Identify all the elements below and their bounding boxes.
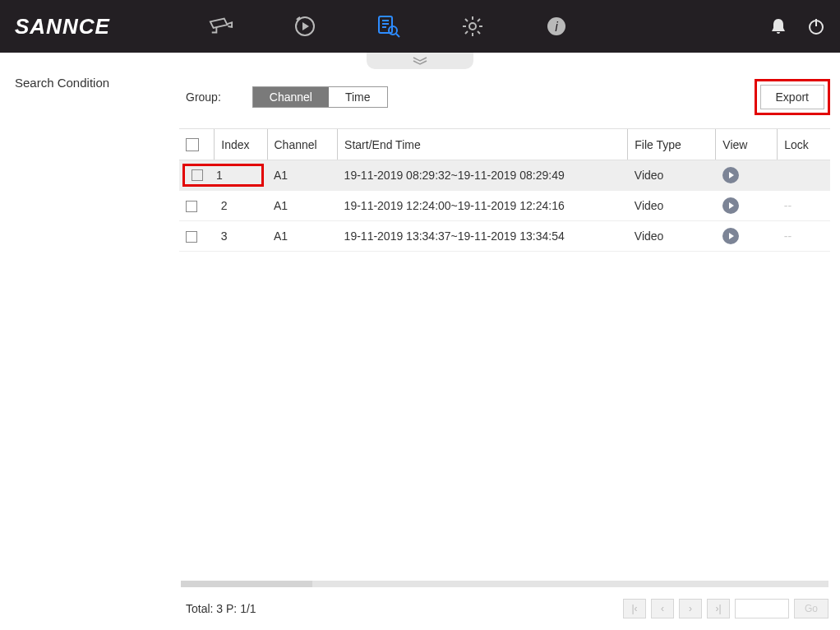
main: Group: Channel Time Export Index Channel [173, 53, 840, 630]
controls-row: Group: Channel Time Export [179, 53, 830, 128]
row-highlight: 1 [182, 164, 264, 187]
select-all-checkbox[interactable] [186, 138, 199, 151]
cell-time: 19-11-2019 13:34:37~19-11-2019 13:34:54 [338, 221, 628, 252]
row-checkbox[interactable] [186, 231, 197, 243]
th-filetype: File Type [628, 129, 716, 160]
cell-lock: -- [784, 229, 792, 243]
cell-index: 3 [215, 221, 267, 252]
svg-line-14 [465, 31, 468, 34]
bell-icon[interactable] [769, 17, 787, 35]
cell-channel: A1 [267, 160, 338, 191]
svg-line-13 [478, 31, 480, 34]
th-time: Start/End Time [338, 129, 628, 160]
horizontal-scrollbar[interactable] [181, 581, 828, 587]
pager-go-button[interactable]: Go [794, 599, 828, 618]
cell-filetype: Video [628, 160, 716, 191]
row-checkbox[interactable] [186, 201, 197, 212]
pager-next[interactable]: › [679, 599, 702, 618]
cell-lock: -- [784, 199, 792, 212]
svg-text:i: i [555, 20, 558, 34]
sidebar: Search Condition [0, 53, 173, 630]
cell-time: 19-11-2019 08:29:32~19-11-2019 08:29:49 [338, 160, 628, 191]
search-files-icon[interactable] [376, 14, 401, 39]
table-row[interactable]: 1 A1 19-11-2019 08:29:32~19-11-2019 08:2… [179, 160, 830, 191]
export-button[interactable]: Export [760, 85, 824, 109]
info-icon[interactable]: i [544, 14, 569, 39]
playback-icon[interactable] [293, 14, 317, 39]
toggle-channel[interactable]: Channel [253, 87, 329, 107]
export-highlight: Export [755, 79, 830, 115]
cell-channel: A1 [267, 221, 338, 252]
group-label: Group: [186, 90, 221, 104]
cell-channel: A1 [267, 191, 338, 221]
th-lock: Lock [778, 129, 830, 160]
footer: Total: 3 P: 1/1 |‹ ‹ › ›| Go [179, 595, 830, 630]
th-index: Index [215, 129, 267, 160]
svg-line-15 [478, 19, 480, 21]
cell-index: 1 [216, 169, 223, 182]
sidebar-title: Search Condition [15, 76, 158, 90]
th-channel: Channel [267, 129, 338, 160]
th-view: View [716, 129, 778, 160]
play-icon[interactable] [722, 228, 739, 244]
svg-line-6 [396, 34, 399, 37]
collapse-handle[interactable] [367, 53, 473, 69]
topbar: SANNCE i [0, 0, 840, 53]
pager-prev[interactable]: ‹ [651, 599, 674, 618]
cell-filetype: Video [628, 191, 716, 221]
toggle-time[interactable]: Time [329, 87, 387, 107]
brand-logo: SANNCE [15, 14, 110, 39]
settings-icon[interactable] [460, 14, 485, 39]
cell-index: 2 [215, 191, 267, 221]
nav-icons: i [209, 14, 569, 39]
cell-filetype: Video [628, 221, 716, 252]
table-row[interactable]: 2 A1 19-11-2019 12:24:00~19-11-2019 12:2… [179, 191, 830, 221]
row-checkbox[interactable] [192, 169, 203, 181]
play-icon[interactable] [722, 167, 739, 183]
total-label: Total: 3 P: 1/1 [186, 602, 256, 615]
svg-line-12 [465, 19, 468, 21]
camera-icon[interactable] [209, 14, 233, 39]
pager-last[interactable]: ›| [707, 599, 730, 618]
results-table: Index Channel Start/End Time File Type V… [179, 128, 830, 252]
power-icon[interactable] [807, 17, 825, 35]
group-toggle: Channel Time [252, 86, 388, 108]
cell-time: 19-11-2019 12:24:00~19-11-2019 12:24:16 [338, 191, 628, 221]
pager-page-input[interactable] [735, 599, 789, 618]
table-row[interactable]: 3 A1 19-11-2019 13:34:37~19-11-2019 13:3… [179, 221, 830, 252]
right-icons [769, 17, 825, 35]
pager-first[interactable]: |‹ [623, 599, 646, 618]
pager: |‹ ‹ › ›| Go [623, 599, 828, 618]
play-icon[interactable] [722, 197, 739, 214]
svg-point-7 [469, 23, 476, 30]
body: Search Condition Group: Channel Time Exp… [0, 53, 840, 630]
